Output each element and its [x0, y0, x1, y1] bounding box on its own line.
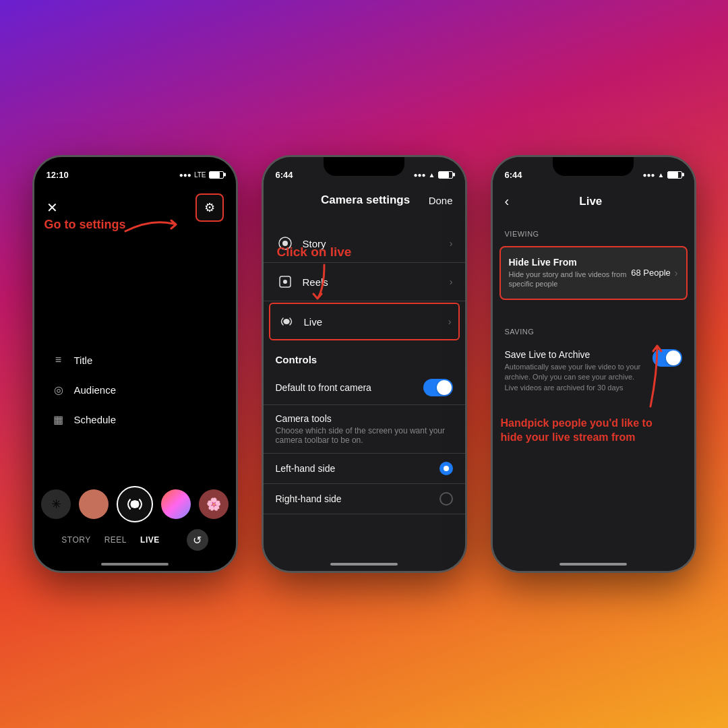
camera-tools-title: Camera tools	[276, 413, 453, 424]
camera-settings-title: Camera settings	[303, 193, 429, 207]
tab-live[interactable]: LIVE	[140, 535, 160, 545]
audience-icon: ◎	[51, 382, 66, 397]
controls-title: Controls	[264, 346, 465, 371]
battery-icon	[209, 171, 224, 179]
svg-point-4	[283, 280, 287, 284]
phone1-menu: ≡ Title ◎ Audience ▦ Schedule	[51, 353, 117, 427]
go-to-settings-annotation: Go to settings	[44, 218, 126, 232]
phone3-notch	[553, 157, 634, 176]
arrow-to-settings-icon	[119, 211, 200, 245]
cam-flower[interactable]: 🌸	[199, 489, 229, 519]
tab-reel[interactable]: REEL	[104, 535, 127, 545]
viewing-label: Viewing	[493, 224, 694, 243]
arrow-to-live-icon	[304, 262, 344, 309]
live-icon	[125, 494, 145, 514]
close-button[interactable]: ✕	[47, 200, 58, 216]
live-settings-title: Live	[516, 195, 665, 208]
phone1-status-icons: ●●● LTE	[179, 171, 224, 179]
live-label: Live	[304, 316, 323, 328]
menu-item-audience[interactable]: ◎ Audience	[51, 382, 117, 397]
hide-live-text: Hide Live From Hide your story and live …	[509, 257, 632, 289]
phone1-bottom: ✳ 🌸 STORY	[34, 486, 236, 551]
default-front-camera-label: Default to front camera	[276, 382, 371, 393]
phone3-time: 6:44	[505, 170, 522, 180]
story-chevron: ›	[450, 238, 453, 249]
phone1-time: 12:10	[47, 170, 69, 180]
schedule-icon: ▦	[51, 412, 66, 427]
handpick-label: Handpick people you'd like to hide your …	[501, 417, 663, 445]
audience-label: Audience	[74, 384, 117, 396]
wifi-icon: ▲	[429, 171, 435, 179]
camera-tools-row: Camera tools Choose which side of the sc…	[264, 405, 465, 454]
hide-live-title: Hide Live From	[509, 257, 632, 268]
handpick-annotation: Handpick people you'd like to hide your …	[501, 417, 663, 445]
schedule-label: Schedule	[74, 414, 117, 425]
cam-live-active[interactable]	[117, 486, 153, 522]
right-hand-radio[interactable]	[439, 492, 453, 506]
phone3: 6:44 ●●● ▲ ‹ Live Viewing Hid	[491, 155, 696, 573]
phone2-notch	[324, 157, 404, 176]
cam-tabs-row: STORY REEL LIVE ↺	[61, 529, 208, 551]
cs-item-reels[interactable]: Reels ›	[264, 263, 465, 301]
default-front-camera-row: Default to front camera	[264, 371, 465, 405]
phone1: 12:10 ●●● LTE ✕ ⚙ Go to settings	[32, 155, 238, 573]
live-chevron: ›	[448, 316, 452, 327]
camera-settings-list: Story › Reels ›	[264, 224, 465, 342]
cam-face[interactable]	[79, 489, 109, 519]
phone1-home-indicator	[101, 563, 169, 566]
battery-icon3	[667, 171, 682, 179]
viewing-section: Viewing Hide Live From Hide your story a…	[493, 224, 694, 303]
phone1-notch	[94, 157, 175, 176]
done-button[interactable]: Done	[429, 195, 453, 206]
cam-rainbow[interactable]	[161, 489, 191, 519]
hide-live-box[interactable]: Hide Live From Hide your story and live …	[499, 246, 688, 300]
front-camera-toggle[interactable]	[423, 379, 453, 396]
camera-settings-header: Camera settings Done	[264, 187, 465, 214]
phone2-status-icons: ●●● ▲	[413, 171, 452, 179]
cam-sparkle[interactable]: ✳	[41, 489, 71, 519]
live-icon2	[277, 312, 296, 331]
right-hand-label: Right-hand side	[276, 493, 342, 504]
menu-item-schedule[interactable]: ▦ Schedule	[51, 412, 117, 427]
signal-icon2: ●●●	[413, 171, 425, 179]
hide-live-count: 68 People	[631, 268, 671, 278]
title-label: Title	[74, 355, 93, 366]
reels-chevron: ›	[450, 276, 453, 287]
click-on-live-annotation: Click on live	[277, 245, 352, 260]
hide-live-chevron: ›	[675, 268, 678, 278]
camera-tools-desc: Choose which side of the screen you want…	[276, 426, 453, 445]
cs-item-live[interactable]: Live ›	[269, 303, 460, 340]
tab-story[interactable]: STORY	[61, 535, 90, 545]
signal-icon: ●●●	[179, 171, 191, 179]
left-hand-label: Left-hand side	[276, 463, 336, 474]
menu-item-title[interactable]: ≡ Title	[51, 353, 117, 367]
left-hand-row[interactable]: Left-hand side	[264, 454, 465, 484]
phone3-status-icons: ●●● ▲	[642, 171, 681, 179]
live-settings-header: ‹ Live	[493, 187, 694, 216]
signal-icon3: ●●●	[642, 171, 655, 179]
go-to-settings-label: Go to settings	[44, 218, 126, 231]
camera-circles: ✳ 🌸	[41, 486, 229, 522]
phone2-home-indicator	[330, 563, 398, 566]
reels-icon	[276, 272, 295, 291]
battery-icon2	[438, 171, 453, 179]
phone3-home-indicator	[559, 563, 627, 566]
arrow-to-hide-live	[624, 332, 677, 413]
title-icon: ≡	[51, 353, 66, 367]
click-on-live-label: Click on live	[277, 245, 352, 259]
wifi-icon3: ▲	[658, 171, 665, 179]
settings-button[interactable]: ⚙	[195, 193, 224, 222]
back-button[interactable]: ‹	[505, 193, 510, 209]
gear-icon: ⚙	[204, 200, 215, 215]
right-hand-row[interactable]: Right-hand side	[264, 484, 465, 514]
phone2: 6:44 ●●● ▲ Camera settings Done Click on…	[262, 155, 467, 573]
hide-live-desc: Hide your story and live videos from spe…	[509, 270, 632, 289]
controls-section: Controls Default to front camera Camera …	[264, 346, 465, 514]
lte-icon: LTE	[194, 171, 206, 179]
phone2-time: 6:44	[276, 170, 293, 180]
rotate-button[interactable]: ↺	[187, 529, 208, 551]
left-hand-radio[interactable]	[439, 462, 453, 475]
page-container: 12:10 ●●● LTE ✕ ⚙ Go to settings	[0, 0, 728, 728]
